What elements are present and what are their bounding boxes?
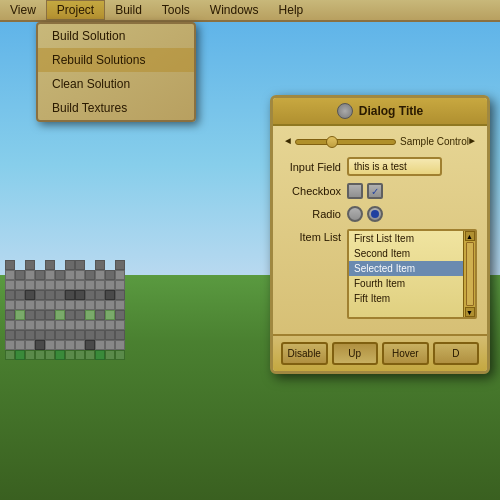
menu-view[interactable]: View [0, 1, 46, 19]
checkbox-checked[interactable] [367, 183, 383, 199]
radio-option2[interactable] [367, 206, 383, 222]
slider-left-arrow[interactable]: ◄ [285, 136, 291, 147]
list-item-4[interactable]: Fourth Item [349, 276, 475, 291]
list-item-5[interactable]: Fift Item [349, 291, 475, 306]
dialog-titlebar: Dialog Title [273, 98, 487, 126]
checkbox-group [347, 183, 383, 199]
menu-project[interactable]: Project [46, 0, 105, 20]
slider-right-arrow[interactable]: ► [469, 136, 475, 147]
checkbox-row: Checkbox [281, 183, 479, 199]
checkbox-unchecked[interactable] [347, 183, 363, 199]
input-field[interactable]: this is a test [347, 157, 442, 176]
list-item-1[interactable]: First List Item [349, 231, 475, 246]
radio-option1[interactable] [347, 206, 363, 222]
d-button[interactable]: D [433, 342, 480, 365]
slider-thumb[interactable] [326, 136, 338, 148]
dialog-window: Dialog Title ◄ Sample Control ► Input Fi… [270, 95, 490, 374]
menu-build[interactable]: Build [105, 1, 152, 19]
disable-button[interactable]: Disable [281, 342, 328, 365]
input-field-row: Input Field this is a test [281, 157, 479, 176]
menubar: View Project Build Tools Windows Help [0, 0, 500, 22]
dropdown-build-solution[interactable]: Build Solution [38, 24, 194, 48]
input-field-label: Input Field [281, 161, 341, 173]
dropdown-clean-solution[interactable]: Clean Solution [38, 72, 194, 96]
menu-help[interactable]: Help [269, 1, 314, 19]
radio-row: Radio [281, 206, 479, 222]
checkbox-label: Checkbox [281, 185, 341, 197]
item-list-label: Item List [281, 231, 341, 243]
sample-control-row: ◄ Sample Control ► [281, 134, 479, 149]
list-item-3[interactable]: Selected Item [349, 261, 475, 276]
dialog-buttons: Disable Up Hover D [273, 334, 487, 371]
castle [5, 260, 125, 360]
hover-button[interactable]: Hover [382, 342, 429, 365]
scroll-up-arrow[interactable]: ▲ [465, 231, 475, 241]
menu-tools[interactable]: Tools [152, 1, 200, 19]
dialog-title: Dialog Title [359, 104, 423, 118]
list-item-2[interactable]: Second Item [349, 246, 475, 261]
item-list-row: Item List First List Item Second Item Se… [281, 229, 479, 319]
sample-control-label: Sample Control [400, 136, 469, 147]
dropdown-build-textures[interactable]: Build Textures [38, 96, 194, 120]
radio-group [347, 206, 383, 222]
project-dropdown: Build Solution Rebuild Solutions Clean S… [36, 22, 196, 122]
radio-label: Radio [281, 208, 341, 220]
menu-windows[interactable]: Windows [200, 1, 269, 19]
listbox-scrollbar[interactable]: ▲ ▼ [463, 231, 475, 317]
dropdown-rebuild-solutions[interactable]: Rebuild Solutions [38, 48, 194, 72]
slider-track[interactable] [295, 139, 396, 145]
dialog-content: ◄ Sample Control ► Input Field this is a… [273, 126, 487, 334]
scroll-down-arrow[interactable]: ▼ [465, 307, 475, 317]
dialog-icon [337, 103, 353, 119]
up-button[interactable]: Up [332, 342, 379, 365]
scroll-thumb[interactable] [466, 242, 474, 306]
listbox[interactable]: First List Item Second Item Selected Ite… [347, 229, 477, 319]
